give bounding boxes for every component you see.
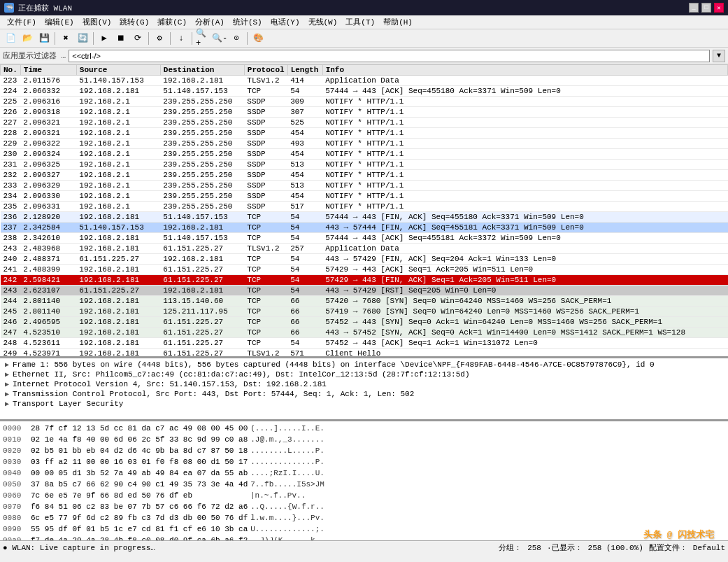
restart-capture-button[interactable]: ⟳	[130, 31, 145, 46]
minimize-button[interactable]: _	[689, 3, 699, 13]
cell-src: 192.168.2.181	[76, 307, 160, 317]
reload-button[interactable]: 🔄	[75, 31, 90, 46]
menu-capture[interactable]: 捕获(C)	[153, 15, 191, 29]
cell-no: 230	[1, 149, 21, 160]
table-row[interactable]: 2452.801140192.168.2.181125.211.117.95TC…	[1, 307, 728, 317]
expand-icon[interactable]: ▶	[3, 400, 11, 408]
zoom-in-button[interactable]: 🔍+	[195, 31, 210, 46]
cell-time: 2.488399	[20, 265, 76, 275]
close-button[interactable]: ✕	[714, 3, 724, 13]
expand-icon[interactable]: ▶	[3, 380, 11, 388]
hex-offset: 00a0	[3, 535, 28, 540]
cell-dst: 61.151.225.27	[160, 338, 244, 349]
table-row[interactable]: 2272.096321192.168.2.1239.255.255.250SSD…	[1, 118, 728, 128]
table-row[interactable]: 2252.096316192.168.2.1239.255.255.250SSD…	[1, 97, 728, 107]
save-button[interactable]: 💾	[36, 31, 52, 46]
col-source: Source	[76, 65, 160, 76]
cell-proto: TCP	[244, 212, 287, 223]
capture-options-button[interactable]: ⚙	[152, 31, 167, 46]
titlebar-controls[interactable]: _ □ ✕	[689, 3, 724, 13]
table-row[interactable]: 2242.066332192.168.2.18151.140.157.153TC…	[1, 86, 728, 97]
table-row[interactable]: 2382.342610192.168.2.18151.140.157.153TC…	[1, 233, 728, 244]
maximize-button[interactable]: □	[701, 3, 711, 13]
menu-analyze[interactable]: 分析(A)	[191, 15, 229, 29]
cell-proto: TCP	[244, 286, 287, 296]
menu-wireless[interactable]: 无线(W)	[304, 15, 342, 29]
menu-file[interactable]: 文件(F)	[3, 15, 41, 29]
scroll-end-button[interactable]: ↓	[173, 31, 189, 46]
table-row[interactable]: 2372.34258451.140.157.153192.168.2.181TC…	[1, 223, 728, 233]
packet-rows[interactable]: 2232.01157651.140.157.153192.168.2.181TL…	[1, 76, 728, 359]
cell-src: 61.151.225.27	[76, 254, 160, 265]
table-row[interactable]: 2262.096318192.168.2.1239.255.255.250SSD…	[1, 107, 728, 118]
hex-row: 004000 00 05 d1 3b 52 7a 49 ab 49 84 ea …	[3, 468, 725, 479]
filter-input[interactable]	[69, 50, 710, 62]
table-row[interactable]: 2352.096331192.168.2.1239.255.255.250SSD…	[1, 202, 728, 212]
table-row[interactable]: 2462.496595192.168.2.18161.151.225.27TCP…	[1, 317, 728, 328]
table-row[interactable]: 2292.096322192.168.2.1239.255.255.250SSD…	[1, 139, 728, 149]
cell-proto: TCP	[244, 338, 287, 349]
hex-ascii: 7..fb.....I5s>JM	[250, 479, 324, 490]
menu-help[interactable]: 帮助(H)	[379, 15, 417, 29]
table-row[interactable]: 2412.488399192.168.2.18161.151.225.27TCP…	[1, 265, 728, 275]
new-capture-button[interactable]: 📄	[3, 31, 18, 46]
hex-row: 009055 95 df 0f 01 b5 1c e7 cd 81 f1 cf …	[3, 524, 725, 535]
zoom-out-button[interactable]: 🔍-	[212, 31, 227, 46]
cell-no: 247	[1, 328, 21, 338]
cell-no: 236	[1, 212, 21, 223]
detail-line[interactable]: ▶Internet Protocol Version 4, Src: 51.14…	[3, 379, 725, 389]
table-row[interactable]: 2232.01157651.140.157.153192.168.2.181TL…	[1, 76, 728, 86]
detail-line[interactable]: ▶Transport Layer Security	[3, 399, 725, 409]
col-no: No.	[1, 65, 21, 76]
cell-len: 307	[287, 107, 322, 118]
detail-text: Transmission Control Protocol, Src Port:…	[13, 390, 414, 398]
expand-icon[interactable]: ▶	[3, 370, 11, 379]
packet-list[interactable]: No. Time Source Destination Protocol Len…	[0, 64, 728, 358]
cell-info: 57429 → 443 [FIN, ACK] Seq=1 Ack=205 Win…	[322, 275, 727, 286]
table-row[interactable]: 2474.523510192.168.2.18161.151.225.27TCP…	[1, 328, 728, 338]
table-row[interactable]: 2432.483968192.168.2.18161.151.225.27TLS…	[1, 244, 728, 254]
close-capture-button[interactable]: ✖	[58, 31, 73, 46]
hex-dump[interactable]: 000028 7f cf 12 13 5d cc 81 da c7 ac 49 …	[0, 421, 728, 540]
table-row[interactable]: 2402.48837161.151.225.27192.168.2.181TCP…	[1, 254, 728, 265]
cell-proto: TCP	[244, 296, 287, 307]
table-row[interactable]: 2322.096327192.168.2.1239.255.255.250SSD…	[1, 170, 728, 181]
detail-line[interactable]: ▶Transmission Control Protocol, Src Port…	[3, 389, 725, 399]
table-row[interactable]: 2362.128920192.168.2.18151.140.157.153TC…	[1, 212, 728, 223]
open-button[interactable]: 📂	[20, 31, 35, 46]
menu-view[interactable]: 视图(V)	[78, 15, 116, 29]
table-row[interactable]: 2484.523611192.168.2.18161.151.225.27TCP…	[1, 338, 728, 349]
detail-line[interactable]: ▶Frame 1: 556 bytes on wire (4448 bits),…	[3, 360, 725, 370]
table-row[interactable]: 2332.096329192.168.2.1239.255.255.250SSD…	[1, 181, 728, 191]
table-row[interactable]: 2432.62310761.151.225.27192.168.2.181TCP…	[1, 286, 728, 296]
detail-line[interactable]: ▶Ethernet II, Src: Philcom5_c7:ac:49 (cc…	[3, 370, 725, 379]
hex-ascii: (....].....I..E.	[250, 423, 324, 434]
table-row[interactable]: 2342.096330192.168.2.1239.255.255.250SSD…	[1, 191, 728, 202]
table-row[interactable]: 2494.523971192.168.2.18161.151.225.27TLS…	[1, 349, 728, 359]
zoom-reset-button[interactable]: ⊙	[229, 31, 244, 46]
table-row[interactable]: 2312.096325192.168.2.1239.255.255.250SSD…	[1, 160, 728, 170]
menu-edit[interactable]: 编辑(E)	[41, 15, 78, 29]
menu-goto[interactable]: 跳转(G)	[115, 15, 153, 29]
cell-time: 2.096321	[20, 118, 76, 128]
cell-src: 51.140.157.153	[76, 223, 160, 233]
menu-stats[interactable]: 统计(S)	[229, 15, 266, 29]
colorize-button[interactable]: 🎨	[250, 31, 266, 46]
table-row[interactable]: 2442.801140192.168.2.181113.15.140.60TCP…	[1, 296, 728, 307]
cell-proto: TCP	[244, 275, 287, 286]
filter-dropdown-button[interactable]: ▼	[713, 50, 725, 62]
cell-len: 66	[287, 307, 322, 317]
menu-telephone[interactable]: 电话(Y)	[266, 15, 304, 29]
hex-offset: 0070	[3, 501, 28, 512]
cell-no: 227	[1, 118, 21, 128]
expand-icon[interactable]: ▶	[3, 390, 11, 398]
packet-detail[interactable]: ▶Frame 1: 556 bytes on wire (4448 bits),…	[0, 358, 728, 421]
cell-dst: 113.15.140.60	[160, 296, 244, 307]
menu-tools[interactable]: 工具(T)	[341, 15, 379, 29]
start-capture-button[interactable]: ▶	[97, 31, 112, 46]
table-row[interactable]: 2422.598421192.168.2.18161.151.225.27TCP…	[1, 275, 728, 286]
stop-capture-button[interactable]: ⏹	[113, 31, 129, 46]
table-row[interactable]: 2282.096321192.168.2.1239.255.255.250SSD…	[1, 128, 728, 139]
expand-icon[interactable]: ▶	[3, 360, 11, 369]
table-row[interactable]: 2302.096324192.168.2.1239.255.255.250SSD…	[1, 149, 728, 160]
